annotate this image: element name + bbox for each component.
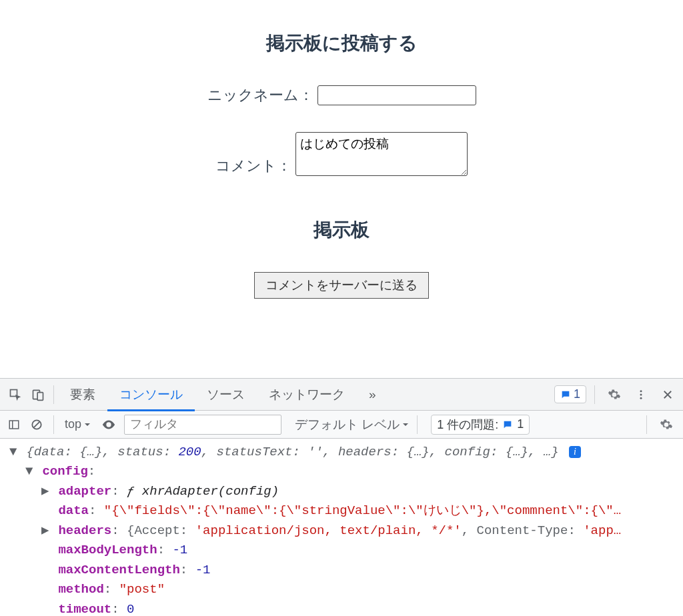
log-line-summary[interactable]: ▼ {data: {…}, status: 200, statusText: '… [9, 443, 676, 462]
log-line-data[interactable]: data: "{\"fields\":{\"name\":{\"stringVa… [9, 501, 676, 521]
devtools-panel: 要素 コンソール ソース ネットワーク » 1 [0, 378, 683, 616]
gear-icon[interactable] [655, 412, 678, 437]
nickname-row: ニックネーム： [207, 85, 476, 105]
svg-point-4 [640, 393, 642, 395]
tab-sources[interactable]: ソース [195, 378, 257, 411]
close-icon[interactable] [656, 382, 679, 407]
log-line-headers[interactable]: ▶ headers: {Accept: 'application/json, t… [9, 521, 676, 541]
chevron-down-icon [402, 421, 409, 428]
tab-console[interactable]: コンソール [107, 378, 195, 411]
log-line-timeout[interactable]: timeout: 0 [9, 600, 676, 617]
expand-toggle-icon[interactable]: ▶ [41, 482, 51, 501]
console-issue-count: 1 [574, 387, 580, 401]
board-heading: 掲示板 [313, 217, 370, 243]
console-output[interactable]: ▼ {data: {…}, status: 200, statusText: '… [0, 439, 683, 616]
inspect-icon[interactable] [4, 382, 27, 407]
eye-icon[interactable] [99, 412, 119, 437]
svg-point-3 [640, 390, 642, 392]
submit-button[interactable]: コメントをサーバーに送る [254, 272, 429, 299]
gear-icon[interactable] [603, 382, 626, 407]
post-form-heading: 掲示板に投稿する [266, 31, 418, 56]
issues-box[interactable]: 1 件の問題: 1 [431, 415, 530, 435]
log-level-selector[interactable]: デフォルト レベル [295, 416, 409, 433]
console-issue-badge[interactable]: 1 [554, 385, 586, 403]
devtools-tabbar: 要素 コンソール ソース ネットワーク » 1 [0, 379, 683, 411]
comment-label: コメント： [215, 156, 291, 176]
tab-network[interactable]: ネットワーク [257, 378, 357, 411]
filter-input[interactable] [124, 415, 281, 435]
expand-toggle-icon[interactable]: ▶ [41, 521, 51, 541]
log-line-maxbodylength[interactable]: maxBodyLength: -1 [9, 541, 676, 560]
tab-elements[interactable]: 要素 [58, 378, 107, 411]
tab-more[interactable]: » [357, 379, 388, 410]
nickname-input[interactable] [317, 85, 476, 105]
svg-line-9 [34, 421, 39, 427]
device-toggle-icon[interactable] [27, 382, 49, 407]
sidebar-toggle-icon[interactable] [5, 412, 23, 437]
expand-toggle-icon[interactable]: ▼ [9, 443, 19, 462]
svg-rect-6 [9, 421, 19, 429]
log-line-maxcontentlength[interactable]: maxContentLength: -1 [9, 561, 676, 580]
context-selector[interactable]: top [62, 416, 93, 433]
nickname-label: ニックネーム： [207, 85, 313, 105]
comment-row: コメント： [215, 132, 468, 176]
console-toolbar: top デフォルト レベル 1 件の問題: 1 [0, 411, 683, 439]
log-line-adapter[interactable]: ▶ adapter: ƒ xhrAdapter(config) [9, 482, 676, 501]
info-icon[interactable]: i [569, 446, 581, 458]
chevron-down-icon [84, 421, 91, 428]
kebab-icon[interactable] [630, 382, 652, 407]
svg-point-5 [640, 397, 642, 399]
svg-rect-2 [37, 392, 43, 400]
clear-console-icon[interactable] [28, 412, 45, 437]
page-content: 掲示板に投稿する ニックネーム： コメント： 掲示板 コメントをサーバーに送る [0, 0, 683, 299]
log-line-method[interactable]: method: "post" [9, 580, 676, 599]
log-line-config[interactable]: ▼ config: [9, 462, 676, 481]
comment-textarea[interactable] [295, 132, 468, 176]
expand-toggle-icon[interactable]: ▼ [25, 462, 35, 481]
